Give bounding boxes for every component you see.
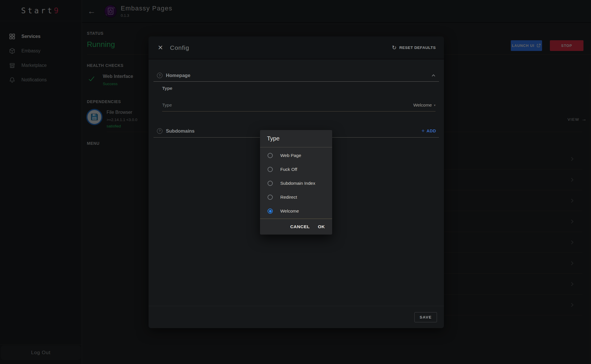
- option-label: Web Page: [280, 153, 301, 158]
- radio-option-web-page[interactable]: Web Page: [260, 149, 332, 162]
- radio-unchecked-icon[interactable]: [268, 167, 273, 172]
- option-label: Welcome: [280, 208, 299, 214]
- cancel-button[interactable]: CANCEL: [290, 224, 310, 229]
- option-label: Subdomain Index: [280, 181, 315, 186]
- radio-unchecked-icon[interactable]: [268, 181, 273, 186]
- radio-option-redirect[interactable]: Redirect: [260, 190, 332, 204]
- radio-checked-icon[interactable]: [268, 208, 273, 214]
- popup-buttons: CANCEL OK: [260, 219, 332, 235]
- radio-option-fuck-off[interactable]: Fuck Off: [260, 162, 332, 176]
- option-label: Redirect: [280, 195, 297, 200]
- radio-option-subdomain-index[interactable]: Subdomain Index: [260, 176, 332, 190]
- radio-unchecked-icon[interactable]: [268, 195, 273, 200]
- radio-unchecked-icon[interactable]: [268, 153, 273, 158]
- ok-button[interactable]: OK: [318, 224, 325, 229]
- option-label: Fuck Off: [280, 167, 297, 172]
- type-popup: Type Web Page Fuck Off Subdomain Index R…: [260, 130, 332, 235]
- type-options-list: Web Page Fuck Off Subdomain Index Redire…: [260, 149, 332, 218]
- type-popup-title: Type: [267, 135, 279, 142]
- popup-title-divider: [260, 147, 332, 147]
- radio-option-welcome[interactable]: Welcome: [260, 204, 332, 218]
